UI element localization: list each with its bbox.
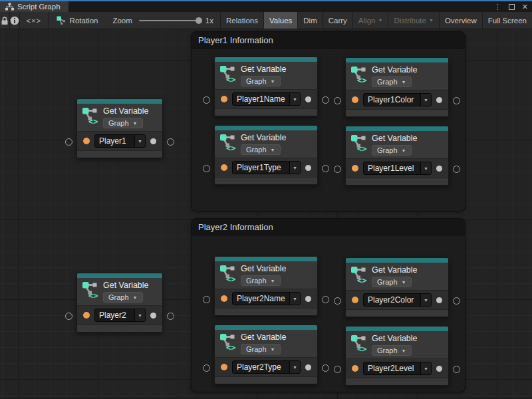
input-connection-point[interactable]: [334, 97, 341, 104]
toolbar-button-relations[interactable]: Relations: [220, 12, 263, 29]
connection-values-button[interactable]: <×>: [20, 12, 49, 29]
close-icon[interactable]: ✕: [522, 3, 528, 11]
variable-dropdown-button[interactable]: ▼: [289, 93, 300, 105]
toolbar-button-carry[interactable]: Carry: [323, 12, 352, 29]
name-input-port[interactable]: [352, 365, 358, 372]
name-input-port[interactable]: [83, 312, 90, 319]
output-connection-point[interactable]: [322, 165, 329, 172]
name-input-port[interactable]: [221, 295, 227, 302]
variable-scope-dropdown[interactable]: Graph ▼: [372, 277, 412, 287]
toolbar-button-full-screen[interactable]: Full Screen: [482, 12, 532, 29]
output-connection-point[interactable]: [453, 166, 460, 173]
input-connection-point[interactable]: [203, 296, 210, 303]
variable-scope-dropdown[interactable]: Graph ▼: [241, 144, 281, 155]
input-connection-point[interactable]: [203, 364, 210, 372]
zoom-slider-handle[interactable]: [196, 17, 202, 24]
variable-name-dropdown[interactable]: Player1Type ▼: [232, 161, 301, 174]
value-output-port[interactable]: [436, 166, 442, 172]
variable-name-dropdown[interactable]: Player2Color ▼: [363, 293, 432, 307]
name-input-port[interactable]: [221, 96, 227, 102]
input-connection-point[interactable]: [203, 96, 210, 104]
node-get-variable-player2level[interactable]: <> Get Variable Graph ▼ Player2Level ▼: [345, 326, 449, 386]
value-output-port[interactable]: [305, 165, 311, 171]
variable-name-dropdown[interactable]: Player1 ▼: [94, 134, 146, 148]
variable-name-dropdown[interactable]: Player1Level ▼: [363, 162, 432, 175]
name-input-port[interactable]: [352, 96, 358, 103]
name-input-port[interactable]: [352, 297, 358, 303]
group-header[interactable]: Player1 Information: [192, 32, 465, 49]
variable-dropdown-button[interactable]: ▼: [420, 294, 431, 306]
menu-icon[interactable]: ⋮: [494, 3, 501, 11]
input-connection-point[interactable]: [65, 313, 72, 320]
value-output-port[interactable]: [150, 313, 156, 319]
variable-dropdown-button[interactable]: ▼: [420, 162, 431, 174]
variable-dropdown-button[interactable]: ▼: [289, 162, 300, 174]
variable-scope-dropdown[interactable]: Graph ▼: [372, 345, 412, 356]
output-connection-point[interactable]: [167, 313, 174, 320]
variable-name-dropdown[interactable]: Player1Color ▼: [363, 93, 432, 106]
variable-scope-dropdown[interactable]: Graph ▼: [241, 76, 281, 86]
tab-script-graph[interactable]: Script Graph: [0, 1, 68, 12]
node-get-variable-player2color[interactable]: <> Get Variable Graph ▼ Player2Color ▼: [345, 257, 449, 317]
variable-name-dropdown[interactable]: Player2Type ▼: [232, 360, 301, 374]
output-connection-point[interactable]: [322, 364, 329, 372]
input-connection-point[interactable]: [334, 366, 341, 373]
value-output-port[interactable]: [436, 297, 442, 303]
value-output-port[interactable]: [305, 364, 311, 370]
node-get-variable-player2name[interactable]: <> Get Variable Graph ▼ Player2Name ▼: [214, 256, 318, 316]
output-connection-point[interactable]: [453, 97, 460, 104]
info-button[interactable]: [10, 12, 20, 29]
name-input-port[interactable]: [221, 164, 227, 171]
variable-scope-dropdown[interactable]: Graph ▼: [241, 344, 281, 354]
node-get-variable-player1color[interactable]: <> Get Variable Graph ▼ Player1Color ▼: [345, 57, 449, 117]
variable-scope-dropdown[interactable]: Graph ▼: [103, 118, 143, 128]
lock-button[interactable]: [0, 12, 10, 29]
graph-canvas[interactable]: Player1 Information Player2 Information …: [0, 29, 532, 398]
variable-scope-dropdown[interactable]: Graph ▼: [241, 275, 281, 286]
variable-name-dropdown[interactable]: Player2Name ▼: [232, 292, 301, 305]
variable-dropdown-button[interactable]: ▼: [289, 361, 300, 373]
toolbar-button-values[interactable]: Values: [263, 12, 297, 29]
input-connection-point[interactable]: [65, 138, 72, 146]
variable-scope-dropdown[interactable]: Graph ▼: [372, 145, 412, 156]
input-connection-point[interactable]: [334, 297, 341, 305]
zoom-slider[interactable]: [139, 20, 199, 21]
input-connection-point[interactable]: [334, 166, 341, 173]
variable-name-dropdown[interactable]: Player1Name ▼: [232, 92, 301, 106]
value-output-port[interactable]: [305, 96, 311, 102]
variable-dropdown-button[interactable]: ▼: [420, 362, 431, 374]
value-output-port[interactable]: [150, 138, 156, 144]
variable-dropdown-button[interactable]: ▼: [420, 94, 431, 106]
variable-name: Player1Level: [364, 162, 420, 174]
name-input-port[interactable]: [221, 364, 227, 370]
name-input-port[interactable]: [83, 138, 90, 144]
variable-dropdown-button[interactable]: ▼: [134, 309, 145, 321]
rotation-toggle[interactable]: Rotation: [49, 12, 106, 29]
node-get-variable-player2[interactable]: <> Get Variable Graph ▼ Player2 ▼: [76, 273, 163, 332]
variable-scope-dropdown[interactable]: Graph ▼: [103, 292, 143, 303]
variable-name-dropdown[interactable]: Player2Level ▼: [363, 362, 432, 375]
input-connection-point[interactable]: [203, 165, 210, 172]
group-header[interactable]: Player2 Information: [192, 219, 465, 235]
value-output-port[interactable]: [305, 296, 311, 302]
maximize-icon[interactable]: [509, 4, 515, 10]
output-connection-point[interactable]: [453, 297, 460, 305]
toolbar-button-dim[interactable]: Dim: [297, 12, 322, 29]
node-get-variable-player1level[interactable]: <> Get Variable Graph ▼ Player1Level ▼: [345, 126, 449, 186]
node-get-variable-player1type[interactable]: <> Get Variable Graph ▼ Player1Type ▼: [214, 125, 318, 185]
variable-name-dropdown[interactable]: Player2 ▼: [94, 309, 146, 322]
output-connection-point[interactable]: [322, 96, 329, 104]
variable-dropdown-button[interactable]: ▼: [134, 135, 145, 147]
variable-dropdown-button[interactable]: ▼: [289, 293, 300, 305]
output-connection-point[interactable]: [167, 138, 174, 146]
name-input-port[interactable]: [352, 165, 358, 172]
toolbar-button-overview[interactable]: Overview: [439, 12, 482, 29]
output-connection-point[interactable]: [322, 296, 329, 303]
node-get-variable-player1[interactable]: <> Get Variable Graph ▼ Player1 ▼: [76, 98, 163, 158]
value-output-port[interactable]: [436, 366, 442, 372]
variable-scope-dropdown[interactable]: Graph ▼: [372, 76, 412, 87]
value-output-port[interactable]: [436, 97, 442, 103]
node-get-variable-player1name[interactable]: <> Get Variable Graph ▼ Player1Name ▼: [214, 57, 318, 116]
node-get-variable-player2type[interactable]: <> Get Variable Graph ▼ Player2Type ▼: [214, 325, 318, 384]
output-connection-point[interactable]: [453, 366, 460, 373]
